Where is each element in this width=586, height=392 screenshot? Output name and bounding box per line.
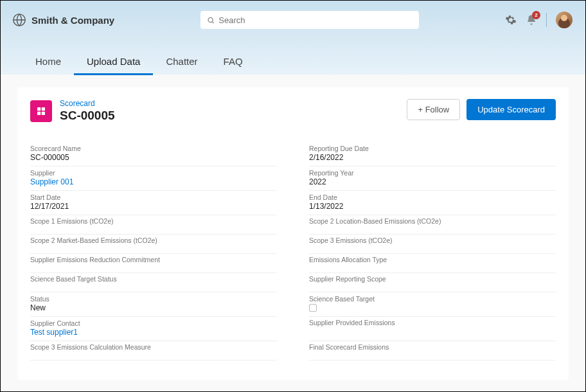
field-allocation: Emissions Allocation Type <box>309 254 556 273</box>
field-provided: Supplier Provided Emissions <box>309 317 556 341</box>
field-label: Scope 2 Market-Based Emissions (tCO2e) <box>30 236 277 244</box>
field-label: Science Based Target Status <box>30 275 277 283</box>
field-value: 12/17/2021 <box>30 202 277 211</box>
field-label: Emissions Allocation Type <box>309 256 556 263</box>
topbar-actions: 2 <box>505 12 573 28</box>
field-value: New <box>30 303 277 312</box>
field-value: 2022 <box>309 177 556 186</box>
user-avatar[interactable] <box>556 12 573 28</box>
topbar: Smith & Company 2 <box>1 1 585 31</box>
scorecard-object-icon <box>30 100 52 122</box>
field-end-date: End Date 1/13/2022 <box>309 191 556 215</box>
follow-button[interactable]: + Follow <box>407 99 460 120</box>
field-label: Reporting Year <box>309 169 556 177</box>
record-title: SC-00005 <box>60 109 115 123</box>
nav-tabs: Home Upload Data Chatter FAQ <box>1 51 585 75</box>
field-reporting-due-date: Reporting Due Date 2/16/2022 <box>309 142 556 166</box>
tab-upload-data[interactable]: Upload Data <box>74 51 153 75</box>
field-sbt-status: Science Based Target Status <box>30 273 277 292</box>
search-container <box>114 11 505 29</box>
field-label: Final Scorecard Emissions <box>309 343 556 351</box>
field-label: Reporting Due Date <box>309 145 556 152</box>
field-status: Status New <box>30 292 277 317</box>
title-group: Scorecard SC-00005 <box>30 99 115 123</box>
svg-rect-4 <box>37 112 40 115</box>
app-header: Smith & Company 2 Home <box>1 1 585 75</box>
field-label: Scope 3 Emissions (tCO2e) <box>309 236 556 244</box>
brand-area: Smith & Company <box>12 13 114 27</box>
field-label: Scorecard Name <box>30 145 277 152</box>
notifications-button[interactable]: 2 <box>526 14 537 26</box>
content-area: Scorecard SC-00005 + Follow Update Score… <box>1 75 585 392</box>
svg-rect-3 <box>42 107 45 111</box>
card-header: Scorecard SC-00005 + Follow Update Score… <box>30 99 556 123</box>
field-final: Final Scorecard Emissions <box>309 341 556 361</box>
field-scope2-loc: Scope 2 Location-Based Emissions (tCO2e) <box>309 215 556 235</box>
search-icon <box>207 16 215 24</box>
record-card: Scorecard SC-00005 + Follow Update Score… <box>17 87 569 380</box>
field-supplier: Supplier Supplier 001 <box>30 166 277 191</box>
search-box[interactable] <box>200 11 419 29</box>
field-label: Supplier Contact <box>30 319 277 327</box>
field-label: Supplier Provided Emissions <box>309 319 556 326</box>
field-value: SC-000005 <box>30 153 277 162</box>
field-scope3: Scope 3 Emissions (tCO2e) <box>309 235 556 254</box>
field-contact: Supplier Contact Test supplier1 <box>30 317 277 341</box>
search-input[interactable] <box>218 15 413 25</box>
field-label: Scope 1 Emissions (tCO2e) <box>30 217 277 225</box>
field-label: Scope 2 Location-Based Emissions (tCO2e) <box>309 217 556 225</box>
field-label: Supplier <box>30 169 277 177</box>
brand-name: Smith & Company <box>31 15 114 26</box>
field-label: Status <box>30 295 277 303</box>
field-reporting-scope: Supplier Reporting Scope <box>309 273 556 292</box>
field-scope1: Scope 1 Emissions (tCO2e) <box>30 215 277 235</box>
globe-icon <box>12 13 26 27</box>
tab-faq[interactable]: FAQ <box>211 51 256 75</box>
field-value-link[interactable]: Supplier 001 <box>30 177 277 186</box>
setup-gear-icon[interactable] <box>505 14 517 26</box>
record-actions: + Follow Update Scorecard <box>407 99 556 120</box>
svg-point-1 <box>208 17 213 22</box>
svg-rect-5 <box>42 112 45 115</box>
field-label: Supplier Reporting Scope <box>309 275 556 283</box>
field-sbt: Science Based Target <box>309 292 556 317</box>
field-label: Start Date <box>30 193 277 201</box>
field-scope3-calc: Scope 3 Emissions Calculation Measure <box>30 341 277 361</box>
field-value: 2/16/2022 <box>309 153 556 162</box>
detail-fields: Scorecard Name SC-000005 Reporting Due D… <box>30 142 556 361</box>
notification-badge: 2 <box>532 11 540 19</box>
field-label: Supplier Emissions Reduction Commitment <box>30 256 277 263</box>
checkbox-unchecked[interactable] <box>309 304 317 312</box>
divider <box>546 13 547 27</box>
field-label: End Date <box>309 193 556 201</box>
field-value: 1/13/2022 <box>309 202 556 211</box>
field-scope2-mkt: Scope 2 Market-Based Emissions (tCO2e) <box>30 235 277 254</box>
tab-home[interactable]: Home <box>22 51 74 75</box>
object-label[interactable]: Scorecard <box>60 99 115 108</box>
field-reporting-year: Reporting Year 2022 <box>309 166 556 191</box>
field-label: Science Based Target <box>309 295 556 303</box>
tab-chatter[interactable]: Chatter <box>153 51 210 75</box>
update-scorecard-button[interactable]: Update Scorecard <box>466 99 556 120</box>
field-start-date: Start Date 12/17/2021 <box>30 191 277 215</box>
field-commitment: Supplier Emissions Reduction Commitment <box>30 254 277 273</box>
field-label: Scope 3 Emissions Calculation Measure <box>30 343 277 351</box>
field-value-link[interactable]: Test supplier1 <box>30 328 277 337</box>
field-scorecard-name: Scorecard Name SC-000005 <box>30 142 277 166</box>
svg-rect-2 <box>37 107 40 111</box>
